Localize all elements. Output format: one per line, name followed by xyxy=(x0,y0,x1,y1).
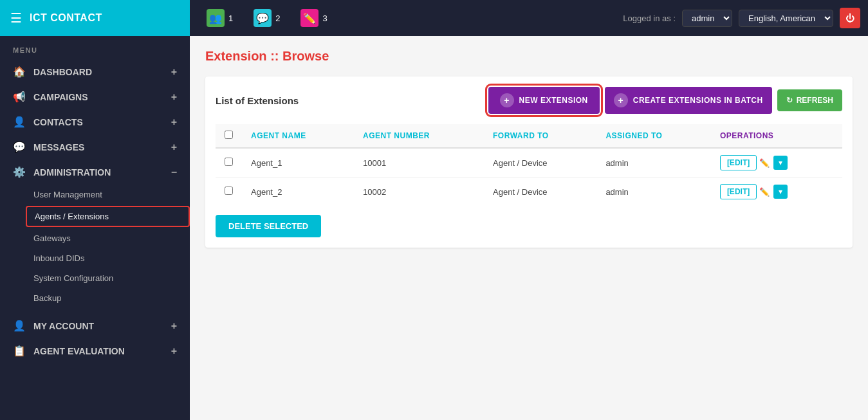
sidebar-sub-system-configuration[interactable]: System Configuration xyxy=(33,268,190,288)
nav-tab-1-count: 1 xyxy=(228,14,233,23)
agent-evaluation-icon: 📋 xyxy=(13,345,26,357)
row-assigned-to-1: admin xyxy=(596,178,711,206)
administration-icon: ⚙️ xyxy=(13,166,26,178)
row-agent-number-1: 10002 xyxy=(354,178,484,206)
nav-tab-3-icon: ✏️ xyxy=(300,9,319,27)
delete-selected-button[interactable]: DELETE SELECTED xyxy=(216,215,321,237)
row-agent-name-0: Agent_1 xyxy=(242,148,354,178)
select-all-checkbox[interactable] xyxy=(225,131,233,139)
dashboard-icon: 🏠 xyxy=(13,66,26,78)
new-extension-button[interactable]: + NEW EXTENSION xyxy=(488,87,600,114)
sidebar-item-administration[interactable]: ⚙️ ADMINISTRATION − xyxy=(0,160,190,185)
nav-tabs: 👥 1 💬 2 ✏️ 3 xyxy=(190,5,623,31)
row-checkbox-0[interactable] xyxy=(225,158,233,166)
row-agent-name-1: Agent_2 xyxy=(242,178,354,206)
admin-sub-menu: User Management Agents / Extensions Gate… xyxy=(0,185,190,308)
pencil-icon-0: ✏️ xyxy=(759,158,770,168)
row-forward-to-0: Agent / Device xyxy=(484,148,596,178)
my-account-expand-icon: + xyxy=(171,320,177,332)
list-header-actions: + NEW EXTENSION + CREATE EXTENSIONS IN B… xyxy=(488,87,842,114)
table-row: Agent_2 10002 Agent / Device admin [EDIT… xyxy=(216,178,842,206)
row-assigned-to-0: admin xyxy=(596,148,711,178)
sidebar-item-contacts-label: CONTACTS xyxy=(33,117,83,127)
sidebar-item-dashboard[interactable]: 🏠 DASHBOARD + xyxy=(0,59,190,84)
row-forward-to-1: Agent / Device xyxy=(484,178,596,206)
sidebar-sub-agents-extensions[interactable]: Agents / Extensions xyxy=(26,206,190,227)
new-extension-plus-icon: + xyxy=(500,93,514,107)
campaigns-icon: 📢 xyxy=(13,91,26,103)
header-forward-to: FORWARD TO xyxy=(484,124,596,148)
brand-title: ICT CONTACT xyxy=(30,12,102,24)
extensions-table: AGENT NAME AGENT NUMBER FORWARD TO ASSIG… xyxy=(216,124,842,206)
logout-icon: ⏻ xyxy=(845,13,854,23)
messages-expand-icon: + xyxy=(171,142,177,153)
sidebar-item-dashboard-label: DASHBOARD xyxy=(33,67,92,77)
row-checkbox-cell xyxy=(216,148,242,178)
table-header-row: AGENT NAME AGENT NUMBER FORWARD TO ASSIG… xyxy=(216,124,842,148)
sidebar-sub-backup[interactable]: Backup xyxy=(33,288,190,308)
logout-button[interactable]: ⏻ xyxy=(840,8,860,28)
contacts-expand-icon: + xyxy=(171,116,177,128)
sidebar-item-campaigns[interactable]: 📢 CAMPAIGNS + xyxy=(0,84,190,109)
row-agent-number-0: 10001 xyxy=(354,148,484,178)
table-row: Agent_1 10001 Agent / Device admin [EDIT… xyxy=(216,148,842,178)
nav-tab-3-count: 3 xyxy=(322,14,327,23)
user-select[interactable]: admin xyxy=(682,10,732,27)
top-nav: ☰ ICT CONTACT 👥 1 💬 2 ✏️ 3 Logged in as … xyxy=(0,0,868,36)
row-operations-0: [EDIT] ✏️ ▾ xyxy=(711,148,842,178)
dashboard-expand-icon: + xyxy=(171,66,177,78)
sidebar-menu-label: MENU xyxy=(0,36,190,59)
sidebar-item-agent-evaluation-label: AGENT EVALUATION xyxy=(33,346,125,356)
page-title: Extension :: Browse xyxy=(205,49,853,64)
contacts-icon: 👤 xyxy=(13,116,26,128)
logged-in-label: Logged in as : xyxy=(623,14,676,23)
sidebar-item-agent-evaluation[interactable]: 📋 AGENT EVALUATION + xyxy=(0,338,190,363)
sidebar: MENU 🏠 DASHBOARD + 📢 CAMPAIGNS + 👤 CONTA… xyxy=(0,36,190,420)
list-card: List of Extensions + NEW EXTENSION + CRE… xyxy=(205,77,853,248)
sidebar-item-my-account[interactable]: 👤 MY ACCOUNT + xyxy=(0,313,190,338)
create-extensions-batch-button[interactable]: + CREATE EXTENSIONS IN BATCH xyxy=(605,87,772,114)
main-layout: MENU 🏠 DASHBOARD + 📢 CAMPAIGNS + 👤 CONTA… xyxy=(0,36,868,420)
list-header-title: List of Extensions xyxy=(216,95,299,106)
messages-icon: 💬 xyxy=(13,141,26,153)
sidebar-item-administration-label: ADMINISTRATION xyxy=(33,167,111,178)
header-checkbox-cell xyxy=(216,124,242,148)
top-nav-right: Logged in as : admin English, American ⏻ xyxy=(623,8,868,28)
ops-dropdown-0[interactable]: ▾ xyxy=(773,156,788,170)
edit-button-0[interactable]: [EDIT] xyxy=(720,155,757,170)
brand: ☰ ICT CONTACT xyxy=(0,0,190,36)
nav-tab-1-icon: 👥 xyxy=(207,9,225,27)
refresh-icon: ↻ xyxy=(786,96,793,105)
sidebar-item-messages[interactable]: 💬 MESSAGES + xyxy=(0,134,190,160)
batch-plus-icon: + xyxy=(614,93,628,107)
sidebar-sub-gateways[interactable]: Gateways xyxy=(33,228,190,248)
refresh-button[interactable]: ↻ REFRESH xyxy=(777,89,842,111)
agent-evaluation-expand-icon: + xyxy=(171,345,177,357)
administration-collapse-icon: − xyxy=(171,167,177,178)
sidebar-item-messages-label: MESSAGES xyxy=(33,142,84,152)
list-header: List of Extensions + NEW EXTENSION + CRE… xyxy=(216,87,842,114)
ops-dropdown-1[interactable]: ▾ xyxy=(773,185,788,199)
row-checkbox-1[interactable] xyxy=(225,187,233,195)
sidebar-item-campaigns-label: CAMPAIGNS xyxy=(33,92,88,102)
language-select[interactable]: English, American xyxy=(739,10,833,27)
sidebar-item-my-account-label: MY ACCOUNT xyxy=(33,321,94,331)
my-account-icon: 👤 xyxy=(13,320,26,332)
sidebar-item-contacts[interactable]: 👤 CONTACTS + xyxy=(0,109,190,134)
sidebar-sub-user-management[interactable]: User Management xyxy=(33,185,190,205)
nav-tab-2[interactable]: 💬 2 xyxy=(245,5,289,31)
campaigns-expand-icon: + xyxy=(171,91,177,103)
nav-tab-1[interactable]: 👥 1 xyxy=(198,5,242,31)
nav-tab-2-count: 2 xyxy=(275,14,280,23)
header-agent-number: AGENT NUMBER xyxy=(354,124,484,148)
sidebar-sub-inbound-dids[interactable]: Inbound DIDs xyxy=(33,248,190,268)
row-operations-1: [EDIT] ✏️ ▾ xyxy=(711,178,842,206)
header-operations: OPERATIONS xyxy=(711,124,842,148)
edit-button-1[interactable]: [EDIT] xyxy=(720,184,757,199)
hamburger-icon[interactable]: ☰ xyxy=(10,10,22,26)
nav-tab-2-icon: 💬 xyxy=(254,9,272,27)
content-area: Extension :: Browse List of Extensions +… xyxy=(190,36,868,420)
header-assigned-to: ASSIGNED TO xyxy=(596,124,711,148)
pencil-icon-1: ✏️ xyxy=(759,187,770,197)
nav-tab-3[interactable]: ✏️ 3 xyxy=(291,5,336,31)
